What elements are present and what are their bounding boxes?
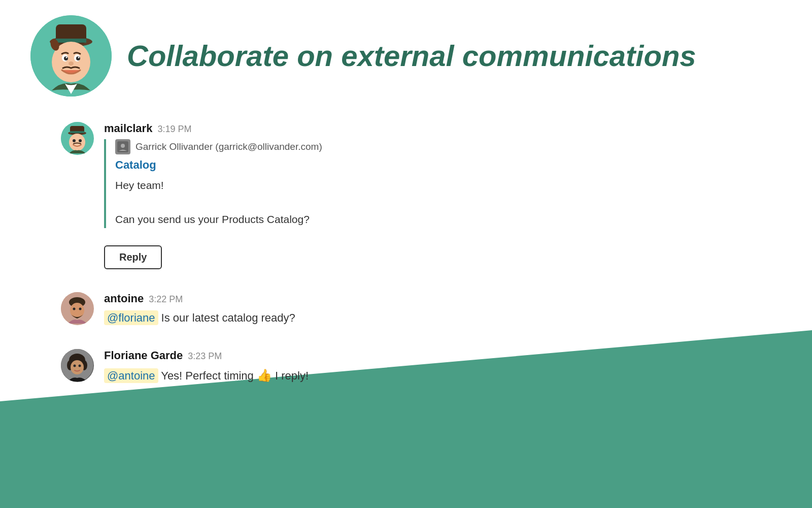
email-sender-row: Garrick Ollivander (garrick@ollivander.c… xyxy=(115,139,782,154)
chat-text-floriane: @antoine Yes! Perfect timing 👍 I reply! xyxy=(104,366,782,385)
header-avatar xyxy=(30,15,112,97)
time-mailclark: 3:19 PM xyxy=(157,124,191,135)
svg-point-31 xyxy=(71,360,84,374)
avatar-antoine xyxy=(61,292,94,325)
message-block-floriane: Floriane Garde 3:23 PM @antoine Yes! Per… xyxy=(61,349,782,385)
page-header: Collaborate on external communications xyxy=(30,15,782,97)
mention-floriane: @antoine xyxy=(104,368,158,383)
thumbs-up-emoji: 👍 xyxy=(257,368,272,382)
page-title: Collaborate on external communications xyxy=(127,40,696,72)
time-floriane: 3:23 PM xyxy=(188,351,222,362)
message-header-antoine: antoine 3:22 PM xyxy=(104,292,782,305)
email-sender-icon xyxy=(115,139,130,154)
email-body-line1: Hey team! xyxy=(115,179,164,191)
email-preview: Garrick Ollivander (garrick@ollivander.c… xyxy=(104,139,782,228)
svg-point-33 xyxy=(79,364,81,367)
chat-text-after-mention-floriane: Yes! Perfect timing xyxy=(158,369,257,382)
email-subject: Catalog xyxy=(115,158,782,172)
chat-text-after-mention-antoine: Is our latest catalog ready? xyxy=(158,311,295,324)
author-antoine: antoine xyxy=(104,292,144,305)
message-content-antoine: antoine 3:22 PM @floriane Is our latest … xyxy=(104,292,782,326)
time-antoine: 3:22 PM xyxy=(149,294,183,305)
svg-point-25 xyxy=(73,307,76,310)
svg-point-17 xyxy=(69,134,85,151)
message-block-antoine: antoine 3:22 PM @floriane Is our latest … xyxy=(61,292,782,326)
author-floriane: Floriane Garde xyxy=(104,349,183,362)
svg-point-19 xyxy=(79,139,82,142)
svg-point-18 xyxy=(73,139,76,142)
message-header-floriane: Floriane Garde 3:23 PM xyxy=(104,349,782,362)
mention-antoine: @floriane xyxy=(104,310,158,325)
author-mailclark: mailclark xyxy=(104,122,152,135)
svg-rect-16 xyxy=(70,131,84,133)
svg-point-11 xyxy=(78,57,80,58)
email-body: Hey team! Can you send us your Products … xyxy=(115,177,782,228)
avatar-mailclark xyxy=(61,122,94,155)
svg-point-32 xyxy=(74,364,76,367)
email-sender-name: Garrick Ollivander (garrick@ollivander.c… xyxy=(136,141,322,152)
svg-point-21 xyxy=(121,144,125,148)
svg-point-12 xyxy=(69,61,74,66)
svg-point-10 xyxy=(66,57,67,58)
avatar-floriane xyxy=(61,349,94,382)
email-body-line2: Can you send us your Products Catalog? xyxy=(115,213,310,225)
chat-text-antoine: @floriane Is our latest catalog ready? xyxy=(104,309,782,326)
svg-point-26 xyxy=(79,307,82,310)
message-content-floriane: Floriane Garde 3:23 PM @antoine Yes! Per… xyxy=(104,349,782,385)
message-block-mailclark: mailclark 3:19 PM Garrick Ollivander (ga… xyxy=(61,122,782,269)
reply-button[interactable]: Reply xyxy=(104,245,162,269)
message-header-mailclark: mailclark 3:19 PM xyxy=(104,122,782,135)
messages-container: mailclark 3:19 PM Garrick Ollivander (ga… xyxy=(61,122,782,385)
message-content-mailclark: mailclark 3:19 PM Garrick Ollivander (ga… xyxy=(104,122,782,269)
svg-point-24 xyxy=(70,303,84,318)
chat-text-after-emoji-floriane: I reply! xyxy=(272,369,309,382)
